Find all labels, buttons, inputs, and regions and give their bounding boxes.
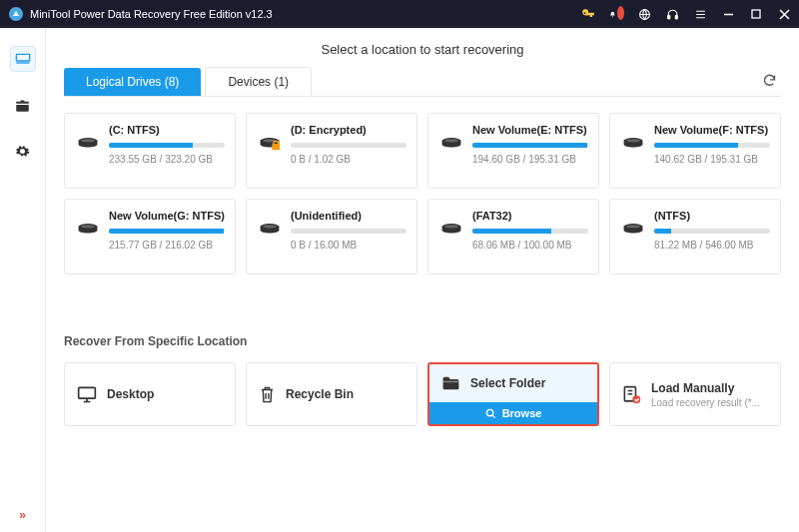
svg-point-13 (444, 139, 458, 142)
location-sublabel: Load recovery result (*... (651, 397, 760, 408)
drive-card[interactable]: (Unidentified) 0 B / 16.00 MB (246, 199, 417, 274)
location-label: Load Manually (651, 381, 760, 395)
tab-logical-drives[interactable]: Logical Drives (8) (64, 68, 201, 96)
sidebar-item-settings[interactable] (10, 138, 36, 164)
menu-icon[interactable] (693, 7, 707, 21)
title-bar: MiniTool Power Data Recovery Free Editio… (0, 0, 799, 28)
refresh-icon[interactable] (762, 73, 777, 88)
sidebar-item-recovery[interactable] (10, 46, 36, 72)
usage-bar (654, 143, 770, 148)
svg-point-23 (626, 225, 640, 228)
usage-bar (109, 229, 225, 234)
drive-name: New Volume(E: NTFS) (472, 124, 588, 136)
drive-card[interactable]: New Volume(G: NTFS) 215.77 GB / 216.02 G… (64, 199, 236, 274)
svg-point-17 (81, 225, 95, 228)
page-title: Select a location to start recovering (64, 28, 781, 67)
drive-name: (D: Encrypted) (291, 124, 406, 136)
tab-devices[interactable]: Devices (1) (205, 67, 312, 96)
drive-icon (438, 210, 464, 262)
drive-size: 81.22 MB / 546.00 MB (654, 240, 770, 251)
location-recycle-bin[interactable]: Recycle Bin (246, 362, 417, 426)
recycle-bin-icon (259, 385, 276, 404)
location-desktop[interactable]: Desktop (64, 362, 236, 426)
usage-bar (291, 143, 406, 148)
window-title: MiniTool Power Data Recovery Free Editio… (30, 8, 581, 20)
drive-icon (257, 124, 283, 176)
usage-bar (472, 143, 588, 148)
svg-point-26 (486, 409, 492, 415)
drive-size: 140.62 GB / 195.31 GB (654, 154, 770, 165)
drive-name: (FAT32) (472, 210, 588, 222)
drive-size: 0 B / 1.02 GB (291, 154, 406, 165)
drive-card[interactable]: (NTFS) 81.22 MB / 546.00 MB (609, 199, 781, 274)
close-button[interactable] (777, 7, 791, 21)
drive-card[interactable]: (C: NTFS) 233.55 GB / 323.20 GB (64, 113, 236, 189)
drive-icon (620, 210, 646, 262)
drive-name: (C: NTFS) (109, 124, 225, 136)
drive-name: New Volume(F: NTFS) (654, 124, 770, 136)
key-icon[interactable] (581, 7, 595, 21)
usage-bar (472, 229, 588, 234)
bell-icon[interactable] (609, 7, 623, 21)
svg-rect-24 (79, 387, 96, 398)
drive-name: New Volume(G: NTFS) (109, 210, 225, 222)
globe-icon[interactable] (637, 7, 651, 21)
svg-point-19 (263, 225, 277, 228)
drive-icon (438, 124, 464, 176)
folder-icon (441, 375, 460, 391)
usage-bar (109, 143, 225, 148)
drive-card[interactable]: (FAT32) 68.06 MB / 100.00 MB (427, 199, 599, 274)
drive-size: 68.06 MB / 100.00 MB (472, 240, 588, 251)
headphones-icon[interactable] (665, 7, 679, 21)
location-select-folder[interactable]: Select Folder Browse (427, 362, 599, 426)
location-label: Recycle Bin (286, 387, 354, 401)
location-label: Select Folder (470, 376, 545, 390)
drive-card[interactable]: New Volume(E: NTFS) 194.60 GB / 195.31 G… (427, 113, 599, 189)
drive-icon (75, 124, 101, 176)
svg-point-15 (626, 139, 640, 142)
drive-icon (257, 210, 283, 262)
svg-point-21 (444, 225, 458, 228)
drive-icon (620, 124, 646, 176)
drive-card[interactable]: New Volume(F: NTFS) 140.62 GB / 195.31 G… (609, 113, 781, 189)
drive-size: 215.77 GB / 216.02 GB (109, 240, 225, 251)
svg-rect-2 (667, 15, 669, 18)
load-icon (622, 385, 641, 404)
drive-size: 0 B / 16.00 MB (291, 240, 406, 251)
tab-bar: Logical Drives (8) Devices (1) (64, 67, 781, 97)
drive-name: (Unidentified) (291, 210, 406, 222)
drive-name: (NTFS) (654, 210, 770, 222)
minimize-button[interactable] (721, 7, 735, 21)
svg-point-7 (81, 139, 95, 142)
svg-rect-4 (752, 10, 760, 18)
svg-point-28 (632, 395, 640, 403)
usage-bar (654, 229, 770, 234)
svg-rect-5 (16, 54, 29, 61)
svg-rect-3 (675, 15, 677, 18)
search-icon (485, 408, 496, 419)
drive-icon (75, 210, 101, 262)
main-panel: Select a location to start recovering Lo… (46, 28, 799, 532)
svg-rect-25 (443, 381, 459, 383)
drive-card[interactable]: (D: Encrypted) 0 B / 1.02 GB (246, 113, 417, 189)
browse-button[interactable]: Browse (429, 402, 597, 424)
section-title: Recover From Specific Location (64, 334, 781, 348)
location-load-manually[interactable]: Load Manually Load recovery result (*... (609, 362, 781, 426)
maximize-button[interactable] (749, 7, 763, 21)
sidebar: » (0, 28, 46, 532)
app-logo-icon (8, 6, 24, 22)
location-label: Desktop (107, 387, 154, 401)
usage-bar (291, 229, 406, 234)
drive-size: 194.60 GB / 195.31 GB (472, 154, 588, 165)
sidebar-expand-icon[interactable]: » (19, 508, 26, 522)
desktop-icon (77, 385, 97, 403)
sidebar-item-toolbox[interactable] (10, 92, 36, 118)
drive-size: 233.55 GB / 323.20 GB (109, 154, 225, 165)
